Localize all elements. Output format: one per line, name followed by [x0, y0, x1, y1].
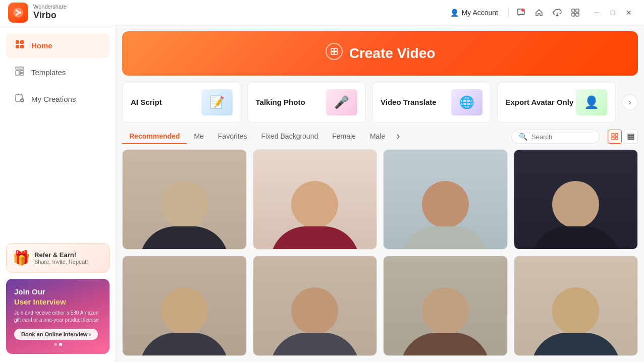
svg-rect-11 — [16, 45, 19, 48]
svg-rect-5 — [572, 9, 575, 12]
svg-rect-20 — [612, 134, 614, 136]
promo-refer-subtitle: Share, Invite, Repeat! — [34, 259, 88, 265]
video-translate-label: Video Translate — [381, 97, 437, 107]
chat-icon[interactable] — [515, 7, 527, 19]
grid-icon[interactable] — [569, 7, 581, 19]
avatar-image-avatar8 — [514, 256, 638, 356]
export-avatar-label: Export Avatar Only — [506, 97, 574, 107]
svg-rect-14 — [16, 71, 19, 75]
cloud-icon[interactable] — [551, 7, 563, 19]
feature-card-export-avatar[interactable]: Export Avatar Only 👤 — [497, 82, 616, 123]
svg-rect-10 — [20, 40, 24, 44]
avatar-image-amber — [253, 150, 377, 250]
avatar-card-avatar7[interactable]: Elena-Business — [383, 256, 508, 356]
svg-rect-26 — [628, 138, 634, 140]
avatar-image-harper — [384, 150, 507, 250]
feature-card-talking-photo[interactable]: Talking Photo 🎤 — [247, 82, 366, 123]
app-name: Wondershare Virbo — [33, 4, 67, 21]
feature-cards-row: AI Script 📝 Talking Photo 🎤 Video Transl… — [122, 82, 638, 123]
minimize-button[interactable]: ─ — [589, 6, 604, 20]
list-view-button[interactable] — [624, 130, 638, 144]
avatar-card-harper[interactable]: Harper-Promotion — [383, 149, 508, 250]
my-creations-nav-icon — [14, 93, 25, 105]
promo-interview-button[interactable]: Book an Online Interview › — [14, 329, 98, 340]
templates-nav-icon — [14, 66, 25, 79]
user-icon: 👤 — [450, 9, 459, 17]
filter-tab-me[interactable]: Me — [187, 129, 210, 144]
promo-refer-text: Refer & Earn! Share, Invite, Repeat! — [34, 251, 88, 265]
avatar-image-brandt — [123, 150, 246, 250]
filter-tab-male[interactable]: Male — [363, 129, 392, 144]
svg-rect-8 — [576, 13, 579, 16]
filter-tab-female[interactable]: Female — [325, 129, 363, 144]
video-translate-thumbnail: 🌐 — [451, 89, 482, 115]
view-toggle — [608, 130, 638, 144]
promo-dot-1 — [54, 343, 57, 346]
grid-view-button[interactable] — [608, 130, 622, 144]
talking-photo-label: Talking Photo — [256, 97, 305, 107]
avatar-image-gabriel — [514, 150, 638, 250]
avatar-card-avatar5[interactable]: Sophia-Casual — [122, 256, 247, 356]
titlebar-right: 👤 My Account — [446, 6, 636, 20]
feature-card-video-translate[interactable]: Video Translate 🌐 — [372, 82, 491, 123]
filter-more-button[interactable] — [392, 131, 404, 143]
svg-rect-24 — [628, 134, 634, 136]
filter-row: Recommended Me Favorites Fixed Backgroun… — [122, 129, 638, 144]
main-content: Create Video AI Script 📝 Talking Photo 🎤… — [116, 25, 644, 362]
svg-rect-22 — [612, 137, 614, 140]
create-video-icon — [325, 42, 343, 65]
sidebar: Home Templates M — [0, 25, 116, 362]
svg-rect-16 — [20, 74, 24, 75]
maximize-button[interactable]: □ — [606, 6, 620, 20]
svg-point-1 — [19, 12, 21, 14]
create-video-banner[interactable]: Create Video — [122, 31, 638, 76]
search-input[interactable] — [531, 133, 592, 141]
my-creations-nav-label: My Creations — [31, 95, 76, 103]
promo-refer-card[interactable]: 🎁 Refer & Earn! Share, Invite, Repeat! — [6, 243, 110, 273]
avatar-image-avatar6 — [253, 256, 377, 356]
app-branding: Wondershare Virbo — [8, 3, 67, 23]
avatar-card-avatar6[interactable]: Marcus-Sport — [253, 256, 378, 356]
avatar-card-amber[interactable]: Amber - Fashion — [253, 149, 378, 250]
my-account-label: My Account — [462, 9, 498, 17]
filter-tab-favorites[interactable]: Favorites — [211, 129, 254, 144]
search-icon: 🔍 — [519, 133, 527, 141]
sidebar-item-templates[interactable]: Templates — [6, 60, 110, 85]
avatar-card-avatar8[interactable]: James-Casual — [514, 256, 638, 356]
templates-nav-label: Templates — [31, 68, 66, 77]
ai-script-thumbnail: 📝 — [201, 89, 233, 115]
svg-rect-6 — [576, 9, 579, 12]
my-account-button[interactable]: 👤 My Account — [446, 7, 502, 19]
svg-rect-13 — [16, 67, 24, 69]
avatar-card-brandt[interactable]: Brandt-Casual — [122, 149, 247, 250]
ai-script-label: AI Script — [131, 97, 162, 107]
sidebar-item-my-creations[interactable]: My Creations — [6, 87, 110, 111]
promo-interview-card[interactable]: Join OurUser Interview Join and receive … — [6, 279, 110, 354]
avatar-card-gabriel[interactable]: Gabriel-Business — [514, 149, 638, 250]
close-button[interactable]: ✕ — [622, 6, 636, 20]
feature-cards-next-button[interactable]: › — [622, 94, 638, 110]
svg-rect-23 — [615, 137, 618, 140]
feature-card-ai-script[interactable]: AI Script 📝 — [122, 82, 241, 123]
svg-rect-7 — [572, 13, 575, 16]
avatar-image-avatar7 — [384, 256, 507, 356]
search-box: 🔍 — [511, 130, 600, 144]
filter-search: 🔍 — [511, 130, 638, 144]
promo-interview-title: Join OurUser Interview — [14, 287, 101, 307]
svg-rect-12 — [20, 45, 24, 48]
window-controls: ─ □ ✕ — [589, 6, 636, 20]
filter-tab-fixed-background[interactable]: Fixed Background — [254, 129, 325, 144]
promo-interview-desc: Join and receive either a $30 Amazon gif… — [14, 310, 101, 324]
export-avatar-thumbnail: 👤 — [576, 89, 607, 115]
home-icon[interactable] — [533, 7, 545, 19]
app-logo — [8, 3, 28, 23]
filter-tab-recommended[interactable]: Recommended — [122, 129, 187, 144]
divider — [508, 8, 509, 18]
svg-rect-15 — [20, 71, 24, 73]
product-name: Virbo — [33, 10, 67, 21]
sidebar-item-home[interactable]: Home — [6, 33, 110, 58]
avatar-image-avatar5 — [123, 256, 246, 356]
promo-refer-title: Refer & Earn! — [34, 251, 88, 259]
promo-dot-2 — [59, 343, 62, 346]
main-layout: Home Templates M — [0, 25, 644, 362]
